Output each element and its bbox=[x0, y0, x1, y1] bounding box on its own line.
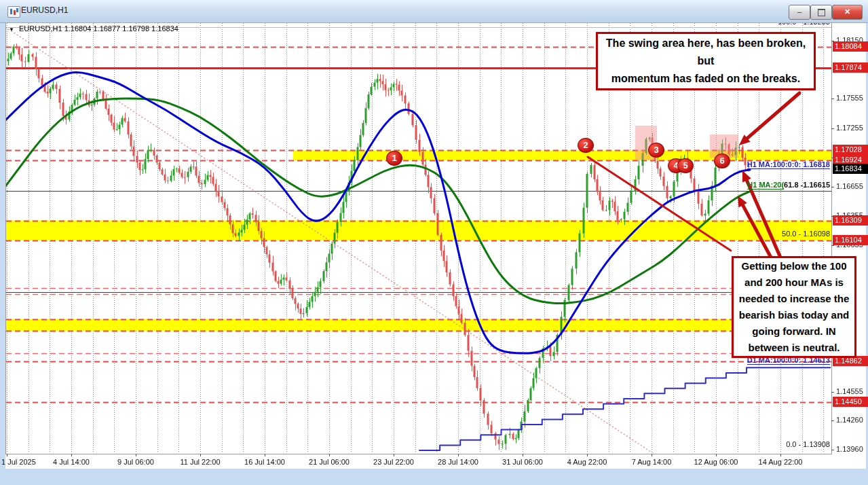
marker-5: 5 bbox=[677, 158, 694, 173]
ohlc-close: 1.16834 bbox=[151, 24, 178, 33]
h1-ma100-label: H1 MA:100:0:0: 1.16818 bbox=[747, 160, 830, 169]
price-axis-tick: 1.13960 bbox=[836, 445, 863, 453]
h1-ma200-label: H1 MA:20(61.8 -1.16615 bbox=[747, 181, 830, 189]
window-close-button[interactable]: ✕ bbox=[832, 5, 863, 20]
minimize-icon: – bbox=[797, 7, 801, 16]
marker-6: 6 bbox=[714, 154, 730, 168]
price-badge: 1.16104 bbox=[833, 235, 868, 245]
annotation-swing-line: momentum has faded on the breaks. bbox=[598, 70, 814, 88]
marker-1: 1 bbox=[386, 151, 402, 166]
ohlc-high: 1.16877 bbox=[93, 24, 120, 33]
time-axis-label: 21 Jul 06:00 bbox=[299, 458, 360, 466]
marker-2: 2 bbox=[578, 138, 594, 153]
price-badge: 1.17874 bbox=[833, 62, 868, 73]
annotation-bias-line: Getting below the 100 bbox=[734, 258, 854, 274]
annotation-ma-bias-box: Getting below the 100and 200 hour MAs is… bbox=[732, 256, 856, 358]
close-icon: ✕ bbox=[844, 7, 850, 16]
annotation-swing-line: The swing area here, has been broken, bu… bbox=[598, 35, 814, 70]
ohlc-open: 1.16804 bbox=[64, 24, 92, 33]
restore-icon bbox=[818, 9, 825, 16]
application-window: { "window": { "title": "EURUSD,H1", "con… bbox=[0, 0, 868, 485]
price-badge: 1.18084 bbox=[833, 41, 868, 52]
window-minimize-button[interactable]: – bbox=[789, 5, 810, 20]
price-axis-tick: 1.17555 bbox=[836, 94, 863, 102]
price-axis-tick: 1.17255 bbox=[836, 124, 863, 132]
price-badge: 1.17028 bbox=[833, 145, 868, 155]
time-axis-label: 4 Jul 14:00 bbox=[41, 458, 102, 466]
fib-0-label: 0.0 - 1.13908 bbox=[786, 440, 830, 448]
time-axis-label: 7 Aug 14:00 bbox=[621, 458, 682, 466]
time-axis-label: 28 Jul 14:00 bbox=[428, 458, 489, 466]
marker-3: 3 bbox=[648, 143, 664, 158]
fib-618-label: 61.8 -1.16615 bbox=[784, 181, 830, 189]
time-axis-label: 16 Jul 14:00 bbox=[234, 458, 295, 466]
price-axis-tick: 1.14555 bbox=[836, 387, 863, 395]
price-badge: 1.16834 bbox=[833, 164, 868, 174]
window-restore-button[interactable] bbox=[810, 5, 832, 20]
annotation-bias-line: bearish bias today and bbox=[734, 307, 854, 323]
window-title: EURUSD,H1 bbox=[21, 5, 68, 15]
title-bar[interactable]: EURUSD,H1 – ✕ bbox=[0, 0, 868, 23]
ohlc-low: 1.16798 bbox=[122, 24, 149, 33]
time-axis-label: 11 Jul 22:00 bbox=[170, 458, 231, 466]
annotation-swing-area-box: The swing area here, has been broken, bu… bbox=[596, 32, 816, 90]
annotation-bias-line: going forward. IN bbox=[734, 323, 854, 340]
ohlc-symbol: EURUSD,H1 bbox=[19, 24, 62, 33]
annotation-bias-line: between is neutral. bbox=[734, 340, 854, 356]
time-axis-label: 12 Aug 06:00 bbox=[685, 458, 747, 466]
time-axis-label: 14 Aug 22:00 bbox=[750, 458, 811, 466]
h1-ma200-label-prefix: H1 MA:20( bbox=[747, 181, 784, 190]
price-badge: 1.16309 bbox=[833, 215, 868, 226]
annotation-bias-line: and 200 hour MAs is bbox=[734, 274, 854, 291]
time-axis-label: 31 Jul 06:00 bbox=[492, 458, 553, 466]
dropdown-icon: ▼ bbox=[9, 26, 14, 33]
time-axis-label: 4 Aug 22:00 bbox=[556, 458, 618, 466]
price-axis-tick: 1.16655 bbox=[836, 182, 863, 190]
fib-50-label: 50.0 - 1.16098 bbox=[782, 230, 830, 238]
chart-ohlc-header[interactable]: ▼ EURUSD,H1 1.16804 1.16877 1.16798 1.16… bbox=[9, 24, 178, 33]
annotation-bias-line: needed to increase the bbox=[734, 291, 854, 307]
chart-icon bbox=[7, 6, 20, 18]
time-axis-label: 23 Jul 22:00 bbox=[363, 458, 424, 466]
price-badge: 1.14450 bbox=[833, 397, 868, 407]
time-axis-label: 9 Jul 06:00 bbox=[105, 458, 166, 466]
price-axis-tick: 1.14260 bbox=[836, 416, 863, 424]
